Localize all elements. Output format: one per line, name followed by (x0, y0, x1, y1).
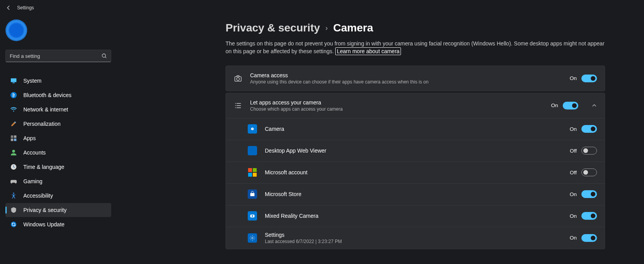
list-icon (234, 101, 242, 110)
nav-system[interactable]: System (5, 74, 111, 88)
app-row-camera[interactable]: Camera On (226, 118, 605, 140)
nav-label: Privacy & security (23, 207, 66, 213)
app-row-settings[interactable]: Settings Last accessed 6/7/2022 | 3:23:2… (226, 227, 605, 249)
svg-point-11 (11, 222, 16, 227)
camera-access-card: Camera access Anyone using this device c… (226, 66, 605, 91)
app-name: Desktop App Web Viewer (265, 148, 562, 154)
app-toggle[interactable] (581, 212, 597, 220)
toggle-state-label: Off (570, 148, 577, 154)
row-subtitle: Choose which apps can access your camera (250, 106, 543, 112)
svg-point-19 (252, 237, 253, 239)
nav-list: System Bluetooth & devices Network & int… (5, 74, 111, 231)
learn-more-link[interactable]: Learn more about camera (335, 47, 401, 55)
nav-gaming[interactable]: Gaming (5, 174, 111, 188)
nav-bluetooth[interactable]: Bluetooth & devices (5, 88, 111, 102)
app-icon (248, 189, 257, 199)
app-toggle[interactable] (581, 168, 597, 176)
app-name: Microsoft Store (265, 191, 562, 197)
svg-rect-7 (14, 139, 16, 141)
nav-label: Personalization (23, 121, 61, 127)
svg-rect-16 (250, 193, 255, 196)
breadcrumb: Privacy & security › Camera (226, 22, 605, 34)
accessibility-icon (10, 192, 17, 199)
page-description: The settings on this page do not prevent… (226, 40, 605, 56)
nav-label: Accessibility (23, 193, 53, 199)
brush-icon (10, 120, 17, 127)
svg-point-18 (252, 215, 253, 217)
back-button[interactable] (5, 5, 12, 11)
app-name: Mixed Reality Camera (265, 213, 562, 219)
row-title: Let apps access your camera (250, 99, 543, 106)
apps-icon (10, 135, 17, 142)
microsoft-logo-icon (248, 168, 257, 177)
let-apps-card: Let apps access your camera Choose which… (226, 93, 605, 249)
app-row-mixed-reality[interactable]: Mixed Reality Camera On (226, 205, 605, 227)
app-name: Camera (265, 126, 562, 132)
update-icon (10, 221, 17, 228)
chevron-up-icon[interactable] (592, 103, 597, 108)
svg-rect-4 (11, 135, 13, 138)
nav-time[interactable]: Time & language (5, 160, 111, 174)
nav-label: Windows Update (23, 221, 65, 228)
svg-point-0 (102, 54, 106, 57)
svg-rect-6 (11, 139, 13, 141)
nav-label: Network & internet (23, 106, 68, 113)
svg-point-8 (12, 150, 15, 153)
nav-label: Apps (23, 135, 36, 141)
svg-point-15 (252, 129, 253, 130)
search-box[interactable] (5, 50, 111, 62)
nav-accounts[interactable]: Accounts (5, 146, 111, 160)
let-apps-toggle[interactable] (563, 102, 578, 109)
app-toggle[interactable] (581, 190, 597, 198)
toggle-state-label: On (570, 235, 577, 241)
app-toggle[interactable] (581, 147, 597, 155)
content: Privacy & security › Camera The settings… (117, 16, 644, 264)
search-input[interactable] (10, 53, 98, 59)
sidebar: System Bluetooth & devices Network & int… (0, 16, 117, 264)
nav-update[interactable]: Windows Update (5, 217, 111, 231)
wifi-icon (10, 106, 17, 113)
description-text: The settings on this page do not prevent… (226, 40, 604, 54)
app-row-webview[interactable]: Desktop App Web Viewer Off (226, 140, 605, 162)
nav-label: Bluetooth & devices (23, 92, 72, 98)
monitor-icon (10, 77, 17, 84)
svg-point-13 (236, 77, 239, 80)
nav-accessibility[interactable]: Accessibility (5, 189, 111, 203)
camera-access-row[interactable]: Camera access Anyone using this device c… (226, 66, 605, 91)
app-icon (248, 233, 257, 243)
person-icon (10, 149, 17, 156)
toggle-state-label: Off (570, 170, 577, 175)
camera-access-toggle[interactable] (581, 75, 597, 82)
app-row-ms-account[interactable]: Microsoft account Off (226, 162, 605, 183)
chevron-right-icon: › (326, 24, 328, 32)
app-toggle[interactable] (581, 234, 597, 242)
app-toggle[interactable] (581, 125, 597, 133)
svg-rect-5 (14, 135, 16, 138)
nav-apps[interactable]: Apps (5, 131, 111, 145)
nav-network[interactable]: Network & internet (5, 102, 111, 116)
toggle-state-label: On (570, 191, 577, 197)
search-icon (102, 53, 107, 59)
toggle-state-label: On (570, 213, 577, 219)
topbar-title: Settings (17, 5, 34, 10)
nav-label: Accounts (23, 149, 46, 156)
app-name: Settings (265, 232, 562, 238)
app-name: Microsoft account (265, 169, 562, 175)
app-row-store[interactable]: Microsoft Store On (226, 183, 605, 205)
shield-icon (10, 207, 17, 214)
row-title: Camera access (250, 72, 562, 78)
toggle-state-label: On (551, 102, 558, 108)
nav-privacy[interactable]: Privacy & security (5, 203, 111, 217)
breadcrumb-current: Camera (333, 22, 373, 34)
toggle-state-label: On (570, 126, 577, 132)
clock-icon (10, 163, 17, 170)
let-apps-row[interactable]: Let apps access your camera Choose which… (226, 93, 605, 118)
row-subtitle: Anyone using this device can choose if t… (250, 79, 562, 85)
breadcrumb-parent[interactable]: Privacy & security (226, 22, 320, 34)
camera-icon (234, 74, 242, 83)
user-avatar[interactable] (5, 19, 27, 41)
app-icon (248, 168, 257, 177)
svg-rect-2 (12, 83, 14, 83)
nav-label: Time & language (23, 164, 64, 170)
nav-personalization[interactable]: Personalization (5, 117, 111, 131)
